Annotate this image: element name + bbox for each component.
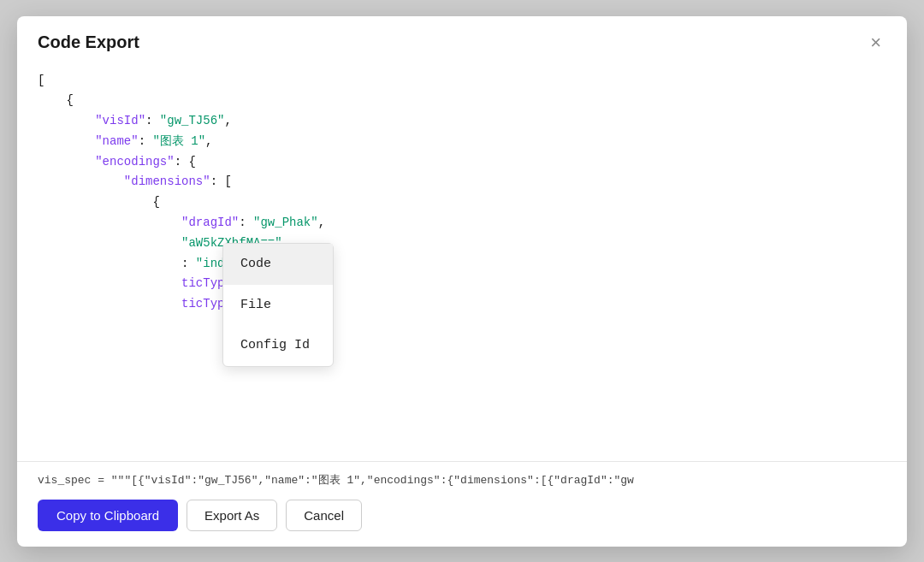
code-token: "visId" <box>95 114 145 127</box>
close-button[interactable]: × <box>865 32 886 54</box>
code-line: ticType": "nominal", <box>38 274 886 294</box>
dropdown-item-file[interactable]: File <box>223 285 333 326</box>
modal-overlay: Code Export × [ { "visId": "gw_TJ56", "n… <box>0 0 924 562</box>
modal-footer: vis_spec = """[{"visId":"gw_TJ56","name"… <box>17 461 907 547</box>
code-token: "gw_TJ56" <box>160 114 225 127</box>
code-token: "dimensions" <box>124 175 210 188</box>
code-line: [ <box>38 71 886 92</box>
code-line: "dimensions": [ <box>38 172 886 192</box>
export-dropdown: Code File Config Id <box>222 243 334 367</box>
code-token: [ <box>38 74 44 87</box>
code-token: "图表 1" <box>152 134 205 148</box>
code-line: : "index", <box>38 254 886 275</box>
code-token: "dragId" <box>181 216 239 229</box>
code-line: { <box>38 192 886 213</box>
copy-to-clipboard-button[interactable]: Copy to Clipboard <box>38 500 178 531</box>
cancel-button[interactable]: Cancel <box>286 500 362 531</box>
code-line: { <box>38 91 886 111</box>
code-token: "gw_Phak" <box>253 216 318 229</box>
dropdown-item-code[interactable]: Code <box>223 244 333 285</box>
code-line: ticType": "dimension" <box>38 294 886 315</box>
code-preview: vis_spec = """[{"visId":"gw_TJ56","name"… <box>38 472 886 488</box>
code-line: "dragId": "gw_Phak", <box>38 213 886 234</box>
code-display: [ { "visId": "gw_TJ56", "name": "图表 1", … <box>17 62 907 461</box>
code-token: { <box>38 93 74 107</box>
code-token: "encodings" <box>95 155 174 169</box>
code-export-modal: Code Export × [ { "visId": "gw_TJ56", "n… <box>17 16 907 547</box>
modal-header: Code Export × <box>17 16 907 62</box>
footer-buttons: Copy to Clipboard Export As Cancel <box>38 500 886 531</box>
dropdown-item-config-id[interactable]: Config Id <box>223 325 333 366</box>
code-line: "visId": "gw_TJ56", <box>38 111 886 132</box>
code-line: "name": "图表 1", <box>38 132 886 152</box>
export-as-button[interactable]: Export As <box>187 500 277 531</box>
code-line: "encodings": { <box>38 152 886 173</box>
code-line: "aW5kZXhfMA==", <box>38 234 886 254</box>
code-token: "name" <box>95 134 138 148</box>
modal-title: Code Export <box>38 33 139 52</box>
